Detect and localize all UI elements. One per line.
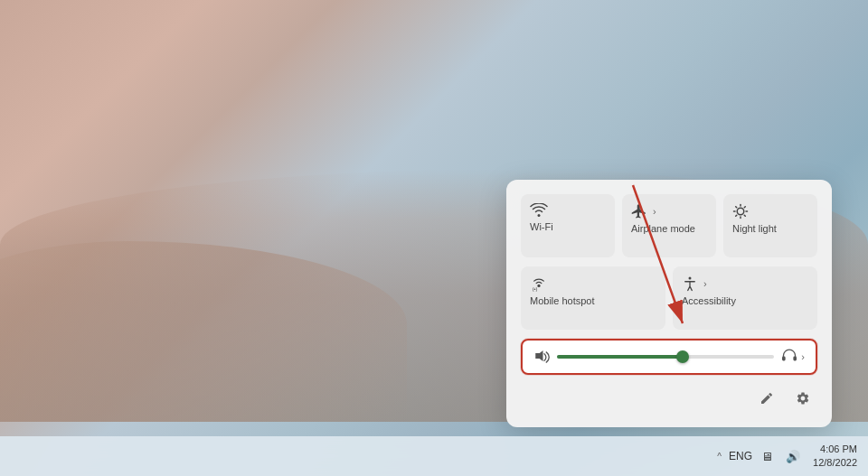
svg-rect-13: [782, 356, 786, 360]
volume-row: ›: [521, 339, 817, 375]
volume-icon: [533, 349, 550, 366]
svg-text:(•): (•): [533, 286, 538, 292]
mobile-hotspot-tile[interactable]: (•) Mobile hotspot: [521, 266, 665, 330]
airplane-icon: ›: [631, 203, 656, 219]
svg-point-9: [537, 285, 540, 287]
volume-right-controls: ›: [781, 348, 805, 366]
quick-settings-grid-row2: (•) Mobile hotspot › Accessibility: [521, 266, 817, 330]
slider-track: [557, 355, 774, 359]
mobile-hotspot-label: Mobile hotspot: [530, 295, 595, 307]
network-icon[interactable]: 🖥: [758, 446, 777, 467]
svg-marker-12: [535, 350, 542, 361]
svg-line-6: [744, 215, 745, 216]
quick-settings-panel: Wi-Fi › Airplane mode: [506, 180, 832, 427]
slider-fill: [557, 355, 683, 359]
taskbar: ^ ENG 🖥 🔊 4:06 PM 12/8/2022: [0, 436, 868, 476]
volume-taskbar-icon[interactable]: 🔊: [782, 446, 804, 467]
taskbar-overflow-button[interactable]: ^: [715, 448, 723, 465]
svg-point-0: [737, 208, 744, 215]
settings-button[interactable]: [788, 384, 817, 413]
taskbar-right: ^ ENG 🖥 🔊 4:06 PM 12/8/2022: [715, 443, 861, 471]
svg-rect-14: [794, 356, 797, 360]
edit-button[interactable]: [752, 384, 781, 413]
airplane-mode-tile[interactable]: › Airplane mode: [622, 194, 716, 257]
wifi-tile[interactable]: Wi-Fi: [521, 194, 615, 257]
pencil-icon: [760, 391, 774, 406]
volume-slider[interactable]: [557, 348, 774, 366]
volume-chevron[interactable]: ›: [801, 351, 805, 362]
taskbar-time: 4:06 PM: [813, 443, 857, 456]
svg-line-5: [736, 207, 737, 208]
taskbar-clock[interactable]: 4:06 PM 12/8/2022: [809, 443, 861, 471]
language-indicator[interactable]: ENG: [729, 450, 752, 462]
accessibility-label: Accessibility: [682, 295, 736, 307]
night-light-tile[interactable]: Night light: [723, 194, 817, 257]
accessibility-icon: ›: [682, 275, 707, 292]
quick-settings-grid-row1: Wi-Fi › Airplane mode: [521, 194, 817, 257]
wifi-icon: [530, 203, 548, 218]
gear-icon: [796, 391, 810, 406]
accessibility-tile[interactable]: › Accessibility: [673, 266, 817, 330]
hotspot-icon: (•): [530, 275, 548, 292]
headphone-icon: [781, 348, 797, 366]
svg-line-8: [744, 207, 745, 208]
night-light-icon: [732, 203, 749, 219]
quick-settings-bottom: [521, 384, 817, 413]
svg-point-11: [689, 277, 692, 280]
airplane-mode-label: Airplane mode: [631, 223, 695, 235]
slider-thumb[interactable]: [676, 350, 689, 363]
svg-line-7: [736, 215, 737, 216]
wifi-label: Wi-Fi: [530, 221, 553, 233]
taskbar-date: 12/8/2022: [813, 456, 857, 470]
night-light-label: Night light: [732, 223, 777, 235]
